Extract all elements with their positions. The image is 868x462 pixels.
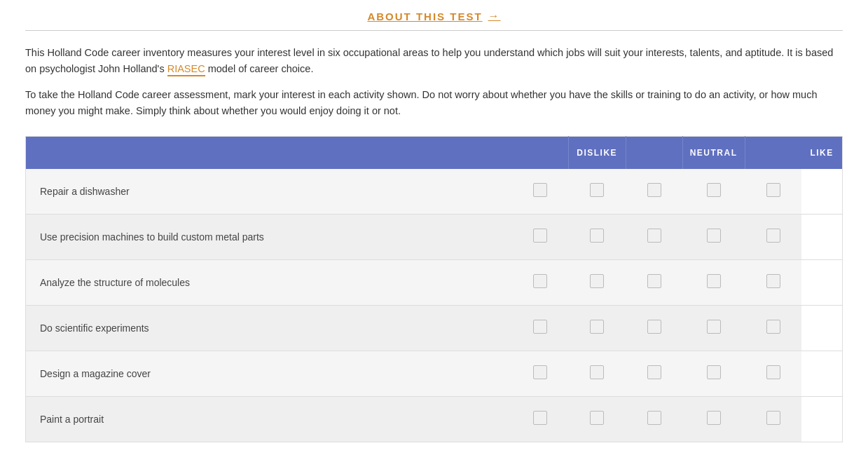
rating-checkbox[interactable] [766, 411, 780, 425]
rating-checkbox[interactable] [707, 229, 721, 243]
col-header-like-2: LIKE [801, 137, 842, 170]
checkbox-cell [626, 169, 682, 215]
rating-checkbox[interactable] [590, 274, 604, 288]
activity-label: Use precision machines to build custom m… [26, 215, 512, 260]
rating-checkbox[interactable] [647, 229, 661, 243]
checkbox-cell [626, 397, 682, 442]
checkbox-cell [626, 306, 682, 351]
assessment-table: DISLIKE NEUTRAL LIKE Repair a dishwasher… [25, 136, 843, 442]
checkbox-cell [568, 397, 626, 442]
checkbox-cell [568, 351, 626, 397]
checkbox-cell [745, 351, 801, 397]
col-header-dislike [511, 137, 568, 170]
rating-checkbox[interactable] [533, 411, 547, 425]
activity-label: Analyze the structure of molecules [26, 260, 512, 306]
table-header-row: DISLIKE NEUTRAL LIKE [26, 137, 843, 170]
table-row: Do scientific experiments [26, 306, 843, 351]
checkbox-cell [568, 306, 626, 351]
table-row: Use precision machines to build custom m… [26, 215, 843, 260]
checkbox-cell [626, 351, 682, 397]
description-paragraph-1: This Holland Code career inventory measu… [25, 45, 843, 77]
rating-checkbox[interactable] [533, 183, 547, 197]
col-header-neutral-2: NEUTRAL [682, 137, 745, 170]
checkbox-cell [682, 169, 745, 215]
rating-checkbox[interactable] [766, 229, 780, 243]
checkbox-cell [568, 215, 626, 260]
page-wrapper: ABOUT THIS TEST → This Holland Code care… [0, 0, 868, 442]
checkbox-cell [511, 169, 568, 215]
rating-checkbox[interactable] [533, 274, 547, 288]
rating-checkbox[interactable] [533, 320, 547, 334]
checkbox-cell [626, 215, 682, 260]
rating-checkbox[interactable] [766, 274, 780, 288]
checkbox-cell [745, 397, 801, 442]
rating-checkbox[interactable] [590, 320, 604, 334]
rating-checkbox[interactable] [533, 229, 547, 243]
rating-checkbox[interactable] [647, 320, 661, 334]
arrow-icon: → [488, 10, 501, 22]
checkbox-cell [745, 260, 801, 306]
activity-label: Repair a dishwasher [26, 169, 512, 215]
table-row: Analyze the structure of molecules [26, 260, 843, 306]
rating-checkbox[interactable] [590, 411, 604, 425]
checkbox-cell [745, 306, 801, 351]
rating-checkbox[interactable] [647, 365, 661, 379]
header-title-text: ABOUT THIS TEST [367, 11, 482, 22]
rating-checkbox[interactable] [707, 183, 721, 197]
table-row: Design a magazine cover [26, 351, 843, 397]
rating-checkbox[interactable] [707, 411, 721, 425]
col-header-activity [26, 137, 512, 170]
col-header-like [745, 137, 801, 170]
rating-checkbox[interactable] [766, 365, 780, 379]
about-this-test-link[interactable]: ABOUT THIS TEST → [367, 10, 500, 22]
col-header-dislike-2: DISLIKE [568, 137, 626, 170]
checkbox-cell [682, 397, 745, 442]
rating-checkbox[interactable] [707, 320, 721, 334]
activity-label: Design a magazine cover [26, 351, 512, 397]
rating-checkbox[interactable] [590, 229, 604, 243]
rating-checkbox[interactable] [647, 274, 661, 288]
col-header-neutral [626, 137, 682, 170]
checkbox-cell [682, 306, 745, 351]
riasec-link[interactable]: RIASEC [167, 63, 205, 76]
activity-label: Paint a portrait [26, 397, 512, 442]
rating-checkbox[interactable] [647, 411, 661, 425]
checkbox-cell [745, 215, 801, 260]
table-row: Repair a dishwasher [26, 169, 843, 215]
checkbox-cell [568, 169, 626, 215]
rating-checkbox[interactable] [707, 274, 721, 288]
checkbox-cell [511, 351, 568, 397]
checkbox-cell [511, 215, 568, 260]
activity-label: Do scientific experiments [26, 306, 512, 351]
description-paragraph-2: To take the Holland Code career assessme… [25, 87, 843, 119]
checkbox-cell [626, 260, 682, 306]
rating-checkbox[interactable] [590, 365, 604, 379]
checkbox-cell [511, 260, 568, 306]
checkbox-cell [682, 260, 745, 306]
rating-checkbox[interactable] [647, 183, 661, 197]
rating-checkbox[interactable] [707, 365, 721, 379]
checkbox-cell [682, 351, 745, 397]
checkbox-cell [745, 169, 801, 215]
checkbox-cell [511, 306, 568, 351]
header-section: ABOUT THIS TEST → [25, 0, 843, 31]
rating-checkbox[interactable] [590, 183, 604, 197]
rating-checkbox[interactable] [533, 365, 547, 379]
rating-checkbox[interactable] [766, 320, 780, 334]
description-section: This Holland Code career inventory measu… [25, 45, 843, 120]
table-row: Paint a portrait [26, 397, 843, 442]
checkbox-cell [568, 260, 626, 306]
activity-rows: Repair a dishwasherUse precision machine… [26, 169, 843, 442]
checkbox-cell [682, 215, 745, 260]
rating-checkbox[interactable] [766, 183, 780, 197]
checkbox-cell [511, 397, 568, 442]
